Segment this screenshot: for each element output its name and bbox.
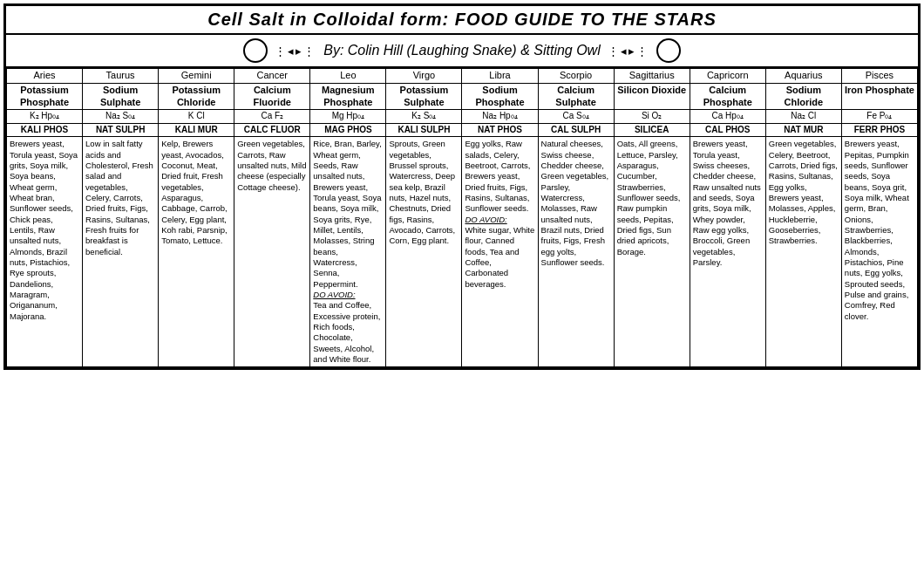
foods-cell: Oats, All greens, Lettuce, Parsley, Aspa… [614,137,690,367]
salt-name-cell: Potassium Chloride [159,83,234,110]
deco-circle-right [656,38,681,63]
code-cell: CAL SULPH [538,123,614,137]
sign-cell: Leo [310,69,386,84]
salt-name-cell: Potassium Sulphate [386,83,462,110]
foods-cell: Rice, Bran, Barley, Wheat germ, Seeds, R… [310,137,386,367]
salt-name-cell: Calcium Fluoride [234,83,310,110]
foods-cell: Green vegetables, Carrots, Raw unsalted … [234,137,310,367]
foods-cell: Brewers yeast, Pepitas, Pumpkin seeds, S… [841,137,917,367]
salt-name-cell: Sodium Phosphate [462,83,538,110]
subtitle-text: By: Colin Hill (Laughing Snake) & Sittin… [323,43,600,58]
sign-cell: Scorpio [538,69,614,84]
sign-cell: Cancer [234,69,310,84]
foods-cell: Natural cheeses, Swiss cheese, Chedder c… [538,137,614,367]
salt-name-cell: Calcium Phosphate [690,83,765,110]
code-cell: NAT MUR [765,123,841,137]
formula-cell: Na₂ S₀₄ [83,110,159,124]
sign-cell: Gemini [159,69,234,84]
code-cell: KALI MUR [159,123,234,137]
foods-cell: Brewers yeast, Torula yeast, Soya grits,… [7,137,83,367]
formula-cell: K₂ Hp₀₄ [7,110,83,124]
formula-cell: K₂ S₀₄ [386,110,462,124]
salt-name-cell: Calcium Sulphate [538,83,614,110]
sign-cell: Capricorn [690,69,765,84]
sign-cell: Taurus [83,69,159,84]
salt-name-cell: Silicon Dioxide [614,83,690,110]
deco-right: ⋮◂▸⋮ [608,44,649,58]
code-cell: SILICEA [614,123,690,137]
foods-cell: Green vegetables, Celery, Beetroot, Carr… [765,137,841,367]
foods-cell: Kelp, Brewers yeast, Avocados, Coconut, … [159,137,234,367]
code-cell: MAG PHOS [310,123,386,137]
sign-cell: Sagittarius [614,69,690,84]
formula-cell: Mg Hp₀₄ [310,110,386,124]
sign-cell: Pisces [841,69,917,84]
salt-name-cell: Iron Phosphate [841,83,917,110]
salt-name-cell: Sodium Chloride [765,83,841,110]
code-cell: KALI SULPH [386,123,462,137]
deco-circle-left [243,38,268,63]
formula-cell: Ca Hp₀₄ [690,110,765,124]
formula-cell: Na₂ Cl [765,110,841,124]
salt-name-cell: Sodium Sulphate [83,83,159,110]
salt-name-cell: Potassium Phosphate [7,83,83,110]
main-container: Cell Salt in Colloidal form: FOOD GUIDE … [3,3,921,370]
code-cell: KALI PHOS [7,123,83,137]
subtitle-row: ⋮◂▸⋮ By: Colin Hill (Laughing Snake) & S… [6,35,918,68]
deco-left: ⋮◂▸⋮ [275,44,316,58]
sign-cell: Aquarius [765,69,841,84]
guide-table: AriesTaurusGeminiCancerLeoVirgoLibraScor… [6,68,918,367]
formula-cell: Ca S₀₄ [538,110,614,124]
sign-cell: Libra [462,69,538,84]
foods-cell: Sprouts, Green vegetables, Brussel sprou… [386,137,462,367]
sign-cell: Aries [7,69,83,84]
sign-cell: Virgo [386,69,462,84]
formula-cell: K Cl [159,110,234,124]
formula-cell: Si O₂ [614,110,690,124]
main-title: Cell Salt in Colloidal form: FOOD GUIDE … [6,6,918,35]
foods-cell: Brewers yeast, Torula yeast, Swiss chees… [690,137,765,367]
code-cell: CALC FLUOR [234,123,310,137]
code-cell: NAT SULPH [83,123,159,137]
code-cell: FERR PHOS [841,123,917,137]
formula-cell: Fe P₀₄ [841,110,917,124]
code-cell: NAT PHOS [462,123,538,137]
foods-cell: Low in salt fatty acids and Cholesterol,… [83,137,159,367]
salt-name-cell: Magnesium Phosphate [310,83,386,110]
formula-cell: Na₂ Hp₀₄ [462,110,538,124]
code-cell: CAL PHOS [690,123,765,137]
formula-cell: Ca F₂ [234,110,310,124]
foods-cell: Egg yolks, Raw salads, Celery, Beetroot,… [462,137,538,367]
